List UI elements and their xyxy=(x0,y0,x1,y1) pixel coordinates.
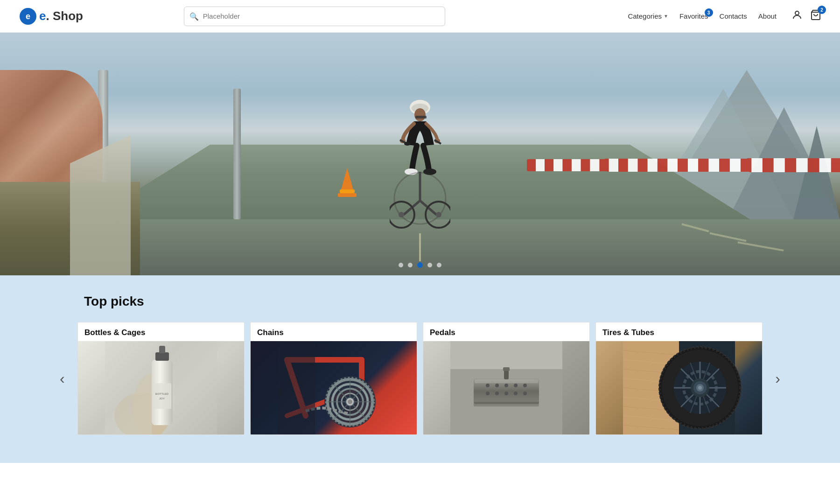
svg-rect-11 xyxy=(415,116,427,119)
dot-2[interactable] xyxy=(408,263,413,267)
svg-point-64 xyxy=(523,384,527,387)
svg-point-98 xyxy=(698,386,702,390)
tires-tubes-label: Tires & Tubes xyxy=(596,322,762,341)
svg-rect-36 xyxy=(159,346,165,353)
carousel-dots xyxy=(399,262,441,268)
nav-favorites[interactable]: Favorites 3 xyxy=(679,12,708,20)
nav-categories[interactable]: Categories ▼ xyxy=(628,12,668,20)
svg-rect-72 xyxy=(475,379,538,383)
svg-point-65 xyxy=(486,392,490,395)
logo[interactable]: e e. Shop xyxy=(19,7,83,26)
dot-3[interactable] xyxy=(417,262,423,268)
svg-rect-38 xyxy=(175,341,217,434)
svg-text:JOY: JOY xyxy=(159,397,165,400)
top-picks-section: Top picks ‹ Bottles & Cages xyxy=(0,275,840,463)
logo-text: e. Shop xyxy=(39,9,83,23)
card-tires-tubes[interactable]: Tires & Tubes xyxy=(595,322,763,435)
svg-point-63 xyxy=(514,384,518,387)
svg-rect-35 xyxy=(155,352,169,361)
prev-button[interactable]: ‹ xyxy=(56,366,69,391)
svg-rect-54 xyxy=(278,341,315,434)
svg-rect-32 xyxy=(153,383,171,409)
svg-point-62 xyxy=(504,384,508,387)
chain-svg xyxy=(251,341,417,434)
svg-point-10 xyxy=(414,108,426,121)
svg-point-69 xyxy=(523,392,527,395)
tires-tubes-image xyxy=(596,341,762,434)
dot-4[interactable] xyxy=(427,263,432,267)
svg-point-61 xyxy=(495,384,499,387)
dot-5[interactable] xyxy=(437,263,441,267)
cart-icon[interactable]: 2 xyxy=(810,9,821,23)
svg-point-68 xyxy=(514,392,518,395)
card-chains[interactable]: Chains xyxy=(250,322,417,435)
svg-point-67 xyxy=(504,392,508,395)
card-bottles-cages[interactable]: Bottles & Cages xyxy=(77,322,245,435)
svg-point-66 xyxy=(495,392,499,395)
svg-rect-73 xyxy=(474,402,539,406)
svg-point-24 xyxy=(436,212,441,217)
pedals-image xyxy=(423,341,589,434)
next-button[interactable]: › xyxy=(771,366,784,391)
nav-icons: 2 xyxy=(791,9,821,23)
tires-svg xyxy=(596,341,762,434)
pedals-svg xyxy=(423,341,589,434)
svg-rect-37 xyxy=(105,341,152,434)
nav-about[interactable]: About xyxy=(758,12,777,20)
chevron-down-icon: ▼ xyxy=(664,14,668,19)
dot-1[interactable] xyxy=(399,263,403,267)
header: e e. Shop 🔍 Categories ▼ Favorites 3 Con… xyxy=(0,0,840,33)
bottles-cages-label: Bottles & Cages xyxy=(78,322,244,341)
search-input[interactable] xyxy=(184,7,445,26)
pedals-label: Pedals xyxy=(423,322,589,341)
svg-text:BOTTLED: BOTTLED xyxy=(155,392,169,395)
nav-links: Categories ▼ Favorites 3 Contacts About xyxy=(609,9,821,23)
svg-text:e: e xyxy=(26,12,30,21)
cart-badge: 2 xyxy=(818,6,826,14)
favorites-badge: 3 xyxy=(705,8,713,17)
search-icon: 🔍 xyxy=(189,12,199,21)
chains-image xyxy=(251,341,417,434)
logo-icon: e xyxy=(19,7,37,26)
cyclist-svg xyxy=(390,93,450,229)
svg-rect-71 xyxy=(503,367,510,371)
cards-row: ‹ Bottles & Cages xyxy=(0,322,840,435)
nav-contacts[interactable]: Contacts xyxy=(720,12,747,20)
svg-point-26 xyxy=(399,212,404,217)
chains-label: Chains xyxy=(251,322,417,341)
top-picks-title: Top picks xyxy=(84,294,840,309)
svg-point-56 xyxy=(348,399,352,404)
svg-point-16 xyxy=(404,142,411,146)
bottles-cages-image: BOTTLED JOY xyxy=(78,341,244,434)
svg-point-2 xyxy=(795,11,799,15)
card-pedals[interactable]: Pedals xyxy=(423,322,590,435)
search-container: 🔍 xyxy=(184,7,445,26)
svg-point-60 xyxy=(486,384,490,387)
user-icon[interactable] xyxy=(791,9,803,23)
hero-banner xyxy=(0,33,840,275)
bottle-svg: BOTTLED JOY xyxy=(78,341,244,434)
